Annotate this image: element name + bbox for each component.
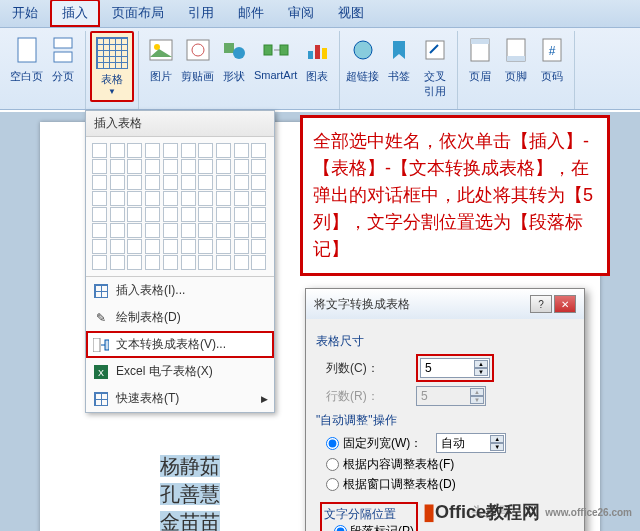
grid-cell[interactable] [127, 191, 142, 206]
grid-cell[interactable] [216, 255, 231, 270]
grid-cell[interactable] [251, 239, 266, 254]
grid-cell[interactable] [110, 143, 125, 158]
spin-up-icon[interactable]: ▲ [490, 435, 504, 443]
paragraph-sep-radio[interactable]: 段落标记(P) [334, 523, 414, 531]
grid-cell[interactable] [92, 191, 107, 206]
grid-cell[interactable] [145, 255, 160, 270]
grid-cell[interactable] [163, 223, 178, 238]
grid-cell[interactable] [216, 191, 231, 206]
grid-cell[interactable] [181, 239, 196, 254]
clipart-button[interactable]: 剪贴画 [179, 31, 216, 87]
grid-cell[interactable] [163, 191, 178, 206]
grid-cell[interactable] [145, 175, 160, 190]
grid-cell[interactable] [216, 159, 231, 174]
grid-cell[interactable] [251, 159, 266, 174]
picture-button[interactable]: 图片 [143, 31, 179, 87]
grid-cell[interactable] [163, 239, 178, 254]
spin-down-icon[interactable]: ▼ [474, 368, 488, 376]
spin-down-icon[interactable]: ▼ [490, 443, 504, 451]
grid-cell[interactable] [163, 175, 178, 190]
blank-page-button[interactable]: 空白页 [8, 31, 45, 87]
grid-cell[interactable] [234, 191, 249, 206]
excel-sheet-menuitem[interactable]: XExcel 电子表格(X) [86, 358, 274, 385]
grid-cell[interactable] [216, 143, 231, 158]
grid-cell[interactable] [251, 223, 266, 238]
grid-cell[interactable] [145, 239, 160, 254]
grid-cell[interactable] [92, 239, 107, 254]
autofit-content-radio[interactable]: 根据内容调整表格(F) [326, 456, 574, 473]
grid-cell[interactable] [181, 175, 196, 190]
grid-cell[interactable] [181, 223, 196, 238]
quick-table-menuitem[interactable]: 快速表格(T)▶ [86, 385, 274, 412]
grid-cell[interactable] [127, 143, 142, 158]
grid-cell[interactable] [198, 255, 213, 270]
grid-cell[interactable] [234, 143, 249, 158]
draw-table-menuitem[interactable]: ✎绘制表格(D) [86, 304, 274, 331]
cross-reference-button[interactable]: 交叉 引用 [417, 31, 453, 102]
grid-cell[interactable] [163, 159, 178, 174]
grid-cell[interactable] [145, 207, 160, 222]
grid-cell[interactable] [198, 191, 213, 206]
width-spinner[interactable]: 自动▲▼ [436, 433, 506, 453]
grid-cell[interactable] [181, 207, 196, 222]
dialog-titlebar[interactable]: 将文字转换成表格 ? ✕ [306, 289, 584, 319]
hyperlink-button[interactable]: 超链接 [344, 31, 381, 102]
bookmark-button[interactable]: 书签 [381, 31, 417, 102]
grid-cell[interactable] [251, 143, 266, 158]
grid-cell[interactable] [251, 207, 266, 222]
grid-cell[interactable] [163, 255, 178, 270]
page-number-button[interactable]: #页码 [534, 31, 570, 87]
footer-button[interactable]: 页脚 [498, 31, 534, 87]
grid-cell[interactable] [216, 175, 231, 190]
tab-home[interactable]: 开始 [0, 0, 50, 27]
grid-cell[interactable] [234, 255, 249, 270]
grid-cell[interactable] [145, 223, 160, 238]
grid-cell[interactable] [163, 143, 178, 158]
grid-cell[interactable] [181, 143, 196, 158]
grid-cell[interactable] [251, 255, 266, 270]
grid-cell[interactable] [145, 159, 160, 174]
help-button[interactable]: ? [530, 295, 552, 313]
header-button[interactable]: 页眉 [462, 31, 498, 87]
grid-cell[interactable] [127, 175, 142, 190]
grid-cell[interactable] [127, 159, 142, 174]
grid-cell[interactable] [198, 143, 213, 158]
spin-up-icon[interactable]: ▲ [474, 360, 488, 368]
grid-cell[interactable] [251, 175, 266, 190]
grid-cell[interactable] [110, 239, 125, 254]
grid-cell[interactable] [251, 191, 266, 206]
selected-text[interactable]: 杨静茹 孔善慧 金苗苗 常仁朴 [160, 452, 220, 531]
grid-cell[interactable] [92, 255, 107, 270]
grid-cell[interactable] [110, 175, 125, 190]
grid-cell[interactable] [110, 207, 125, 222]
grid-cell[interactable] [234, 159, 249, 174]
grid-cell[interactable] [216, 239, 231, 254]
grid-cell[interactable] [145, 143, 160, 158]
grid-cell[interactable] [198, 239, 213, 254]
grid-cell[interactable] [127, 223, 142, 238]
grid-cell[interactable] [234, 207, 249, 222]
grid-cell[interactable] [198, 159, 213, 174]
smartart-button[interactable]: SmartArt [252, 31, 299, 87]
tab-review[interactable]: 审阅 [276, 0, 326, 27]
grid-cell[interactable] [216, 207, 231, 222]
chart-button[interactable]: 图表 [299, 31, 335, 87]
fixed-width-radio[interactable]: 固定列宽(W)： 自动▲▼ [326, 433, 574, 453]
grid-cell[interactable] [92, 143, 107, 158]
grid-cell[interactable] [110, 159, 125, 174]
columns-spinner[interactable]: 5▲▼ [420, 358, 490, 378]
grid-cell[interactable] [92, 159, 107, 174]
tab-references[interactable]: 引用 [176, 0, 226, 27]
grid-cell[interactable] [234, 239, 249, 254]
tab-view[interactable]: 视图 [326, 0, 376, 27]
grid-cell[interactable] [181, 191, 196, 206]
insert-table-menuitem[interactable]: 插入表格(I)... [86, 277, 274, 304]
close-button[interactable]: ✕ [554, 295, 576, 313]
autofit-window-radio[interactable]: 根据窗口调整表格(D) [326, 476, 574, 493]
table-grid-picker[interactable] [86, 137, 274, 276]
grid-cell[interactable] [127, 207, 142, 222]
grid-cell[interactable] [216, 223, 231, 238]
grid-cell[interactable] [110, 223, 125, 238]
table-button[interactable]: 表格▼ [90, 31, 134, 102]
grid-cell[interactable] [127, 239, 142, 254]
